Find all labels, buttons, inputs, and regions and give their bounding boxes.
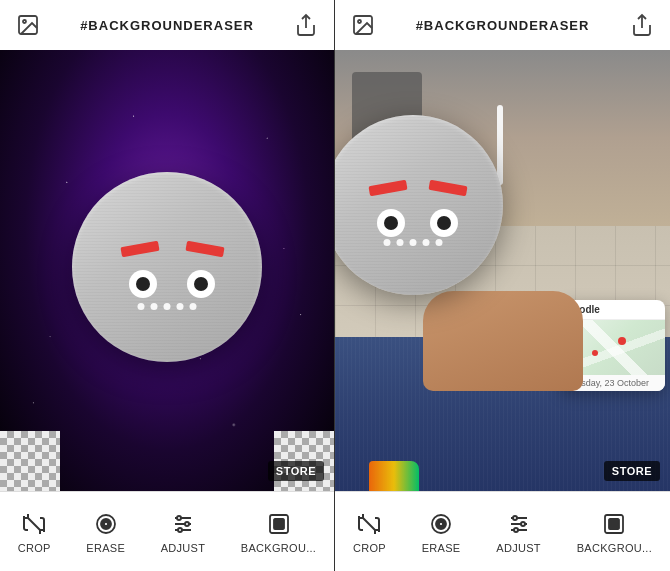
right-header-title: #BACKGROUNDERASER [416,18,590,33]
right-background-icon [600,510,628,538]
right-panel: #BACKGROUNDERASER [335,0,670,571]
left-adjust-button[interactable]: ADJUST [151,504,216,560]
svg-line-3 [28,518,40,530]
left-toolbar: CROP ERASE [0,491,334,571]
right-header: #BACKGROUNDERASER [335,0,670,50]
left-crop-label: CROP [18,542,51,554]
usb-cable [497,105,503,185]
map-pin-2 [592,350,598,356]
right-share-icon[interactable] [628,11,656,39]
svg-point-21 [439,522,443,526]
left-adjust-icon [169,510,197,538]
left-background-label: BACKGROU... [241,542,316,554]
left-background-button[interactable]: BACKGROU... [231,504,326,560]
right-background-button[interactable]: BACKGROU... [567,504,662,560]
left-speaker-container [67,167,267,367]
left-speaker-body [72,172,262,362]
svg-point-25 [513,516,517,520]
right-pupil-left [384,216,398,230]
map-pin-1 [618,337,626,345]
led-2 [151,303,158,310]
svg-point-27 [514,528,518,532]
left-pupil-left [136,277,150,291]
right-pupil-right [437,216,451,230]
left-led-row [138,303,197,310]
svg-point-10 [177,516,181,520]
left-panel: #BACKGROUNDERASER [0,0,335,571]
left-pupil-right [194,277,208,291]
left-share-icon[interactable] [292,11,320,39]
led-3 [164,303,171,310]
left-speaker-fabric [72,172,262,362]
led-4 [177,303,184,310]
svg-point-16 [358,20,361,23]
right-toolbar: CROP ERASE [335,491,670,571]
right-crop-icon [355,510,383,538]
right-led-3 [409,239,416,246]
left-header: #BACKGROUNDERASER [0,0,334,50]
svg-point-11 [185,522,189,526]
svg-rect-14 [274,519,284,529]
right-image-icon[interactable] [349,11,377,39]
right-erase-icon [427,510,455,538]
led-1 [138,303,145,310]
svg-point-12 [178,528,182,532]
right-store-badge[interactable]: STORE [604,461,660,481]
left-crop-icon [20,510,48,538]
right-led-row [383,239,442,246]
left-erase-icon [92,510,120,538]
left-adjust-label: ADJUST [161,542,206,554]
right-led-2 [396,239,403,246]
right-adjust-icon [505,510,533,538]
right-crop-button[interactable]: CROP [343,504,396,560]
right-led-5 [435,239,442,246]
right-led-4 [422,239,429,246]
right-adjust-button[interactable]: ADJUST [486,504,551,560]
colorful-shoes [369,461,419,491]
left-image-icon[interactable] [14,11,42,39]
right-canvas: Doodle Tuesday, 23 October STORE [335,50,670,491]
svg-rect-29 [609,519,619,529]
right-background-label: BACKGROU... [577,542,652,554]
left-store-badge[interactable]: STORE [268,461,324,481]
left-eye-right [187,270,215,298]
hand [423,291,583,391]
svg-line-18 [363,518,375,530]
right-led-1 [383,239,390,246]
left-canvas: STORE [0,50,334,491]
right-eye-right [430,209,458,237]
right-erase-button[interactable]: ERASE [412,504,471,560]
svg-point-6 [104,522,108,526]
left-eye-left [129,270,157,298]
transparent-corner-left [0,431,60,491]
left-header-title: #BACKGROUNDERASER [80,18,254,33]
right-adjust-label: ADJUST [496,542,541,554]
led-5 [190,303,197,310]
right-crop-label: CROP [353,542,386,554]
left-crop-button[interactable]: CROP [8,504,61,560]
right-erase-label: ERASE [422,542,461,554]
svg-point-26 [521,522,525,526]
left-background-icon [265,510,293,538]
svg-point-1 [23,20,26,23]
left-erase-label: ERASE [86,542,125,554]
right-eye-left [377,209,405,237]
left-erase-button[interactable]: ERASE [76,504,135,560]
